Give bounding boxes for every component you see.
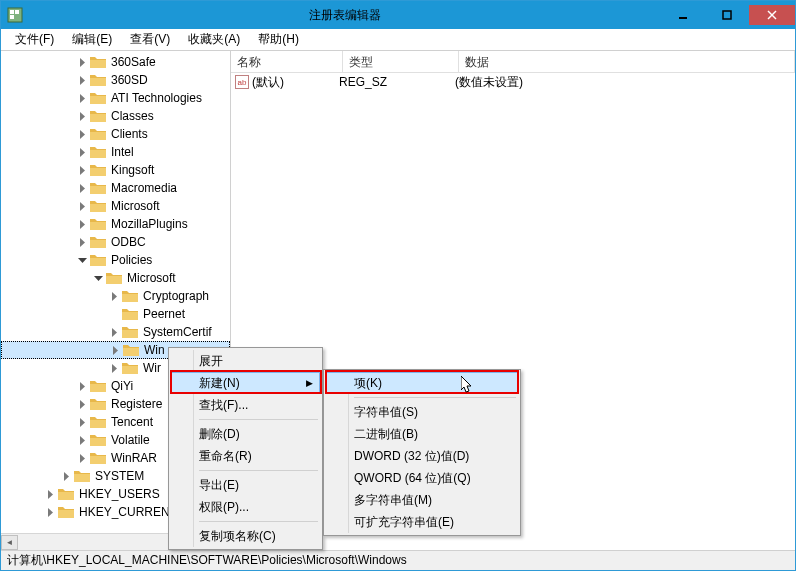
expand-icon[interactable] xyxy=(77,219,88,230)
column-headers: 名称 类型 数据 xyxy=(231,51,795,73)
context-menu-item[interactable]: 多字符串值(M) xyxy=(326,489,518,511)
expand-icon[interactable] xyxy=(77,237,88,248)
tree-item-label: Wir xyxy=(141,361,163,375)
titlebar[interactable]: 注册表编辑器 xyxy=(1,1,795,29)
folder-icon xyxy=(122,307,138,321)
tree-item-label: HKEY_CURRENT xyxy=(77,505,179,519)
tree-item[interactable]: ATI Technologies xyxy=(1,89,230,107)
context-menu-item[interactable]: 字符串值(S) xyxy=(326,401,518,423)
submenu-arrow-icon: ▶ xyxy=(306,378,313,388)
tree-item-label: MozillaPlugins xyxy=(109,217,190,231)
collapse-icon[interactable] xyxy=(93,273,104,284)
context-menu-item[interactable]: 展开 xyxy=(171,350,320,372)
col-type[interactable]: 类型 xyxy=(343,51,459,72)
context-menu-item[interactable]: 复制项名称(C) xyxy=(171,525,320,547)
tree-item-label: Clients xyxy=(109,127,150,141)
expand-icon[interactable] xyxy=(77,165,88,176)
expand-icon[interactable] xyxy=(77,201,88,212)
value-type: REG_SZ xyxy=(339,75,455,89)
minimize-button[interactable] xyxy=(661,5,705,25)
tree-item[interactable]: Cryptograph xyxy=(1,287,230,305)
folder-icon xyxy=(106,271,122,285)
menu-favorites[interactable]: 收藏夹(A) xyxy=(180,29,248,50)
tree-item[interactable]: SystemCertif xyxy=(1,323,230,341)
expand-icon[interactable] xyxy=(77,129,88,140)
tree-item[interactable]: Microsoft xyxy=(1,269,230,287)
expand-icon[interactable] xyxy=(45,489,56,500)
context-menu-item[interactable]: 导出(E) xyxy=(171,474,320,496)
folder-icon xyxy=(122,325,138,339)
context-menu-item[interactable]: 二进制值(B) xyxy=(326,423,518,445)
expand-icon[interactable] xyxy=(109,291,120,302)
tree-item-label: Macromedia xyxy=(109,181,179,195)
maximize-button[interactable] xyxy=(705,5,749,25)
tree-item-label: Volatile xyxy=(109,433,152,447)
folder-icon xyxy=(122,289,138,303)
folder-icon xyxy=(122,361,138,375)
context-menu-item[interactable]: 查找(F)... xyxy=(171,394,320,416)
tree-item[interactable]: 360SD xyxy=(1,71,230,89)
context-menu-item[interactable]: 删除(D) xyxy=(171,423,320,445)
tree-item-label: Cryptograph xyxy=(141,289,211,303)
expand-icon[interactable] xyxy=(109,363,120,374)
value-row[interactable]: ab (默认) REG_SZ (数值未设置) xyxy=(231,73,795,91)
expand-icon xyxy=(109,309,120,320)
tree-item[interactable]: Peernet xyxy=(1,305,230,323)
tree-item[interactable]: ODBC xyxy=(1,233,230,251)
folder-icon xyxy=(58,505,74,519)
menu-help[interactable]: 帮助(H) xyxy=(250,29,307,50)
tree-item-label: Win xyxy=(142,343,167,357)
context-menu-item[interactable]: 项(K) xyxy=(326,372,518,394)
expand-icon[interactable] xyxy=(77,435,88,446)
collapse-icon[interactable] xyxy=(77,255,88,266)
tree-item[interactable]: Clients xyxy=(1,125,230,143)
context-menu-item[interactable]: QWORD (64 位)值(Q) xyxy=(326,467,518,489)
col-data[interactable]: 数据 xyxy=(459,51,795,72)
context-menu-item[interactable]: 权限(P)... xyxy=(171,496,320,518)
expand-icon[interactable] xyxy=(77,57,88,68)
expand-icon[interactable] xyxy=(110,345,121,356)
expand-icon[interactable] xyxy=(77,399,88,410)
close-button[interactable] xyxy=(749,5,795,25)
menu-edit[interactable]: 编辑(E) xyxy=(64,29,120,50)
tree-item-label: Intel xyxy=(109,145,136,159)
tree-item[interactable]: Macromedia xyxy=(1,179,230,197)
tree-item[interactable]: Policies xyxy=(1,251,230,269)
expand-icon[interactable] xyxy=(77,93,88,104)
tree-item[interactable]: Microsoft xyxy=(1,197,230,215)
tree-item[interactable]: 360Safe xyxy=(1,53,230,71)
context-menu-item[interactable]: DWORD (32 位)值(D) xyxy=(326,445,518,467)
tree-item[interactable]: Classes xyxy=(1,107,230,125)
expand-icon[interactable] xyxy=(77,417,88,428)
folder-icon xyxy=(90,109,106,123)
app-window: 注册表编辑器 文件(F) 编辑(E) 查看(V) 收藏夹(A) 帮助(H) 36… xyxy=(0,0,796,571)
menu-view[interactable]: 查看(V) xyxy=(122,29,178,50)
context-menu-item[interactable]: 重命名(R) xyxy=(171,445,320,467)
tree-item-label: ODBC xyxy=(109,235,148,249)
context-menu-item[interactable]: 新建(N)▶ xyxy=(171,372,320,394)
expand-icon[interactable] xyxy=(77,75,88,86)
context-menu-item[interactable]: 可扩充字符串值(E) xyxy=(326,511,518,533)
expand-icon[interactable] xyxy=(45,507,56,518)
expand-icon[interactable] xyxy=(109,327,120,338)
expand-icon[interactable] xyxy=(77,111,88,122)
tree-item-label: 360SD xyxy=(109,73,150,87)
expand-icon[interactable] xyxy=(77,147,88,158)
scroll-left-icon[interactable]: ◄ xyxy=(1,535,18,550)
menu-file[interactable]: 文件(F) xyxy=(7,29,62,50)
tree-item[interactable]: Intel xyxy=(1,143,230,161)
expand-icon[interactable] xyxy=(77,183,88,194)
menubar: 文件(F) 编辑(E) 查看(V) 收藏夹(A) 帮助(H) xyxy=(1,29,795,51)
expand-icon[interactable] xyxy=(77,453,88,464)
tree-item-label: Registere xyxy=(109,397,164,411)
folder-icon xyxy=(90,199,106,213)
window-controls xyxy=(661,5,795,25)
col-name[interactable]: 名称 xyxy=(231,51,343,72)
tree-item[interactable]: Kingsoft xyxy=(1,161,230,179)
tree-item[interactable]: MozillaPlugins xyxy=(1,215,230,233)
folder-icon xyxy=(90,145,106,159)
svg-rect-3 xyxy=(10,15,14,19)
folder-icon xyxy=(90,163,106,177)
expand-icon[interactable] xyxy=(77,381,88,392)
expand-icon[interactable] xyxy=(61,471,72,482)
